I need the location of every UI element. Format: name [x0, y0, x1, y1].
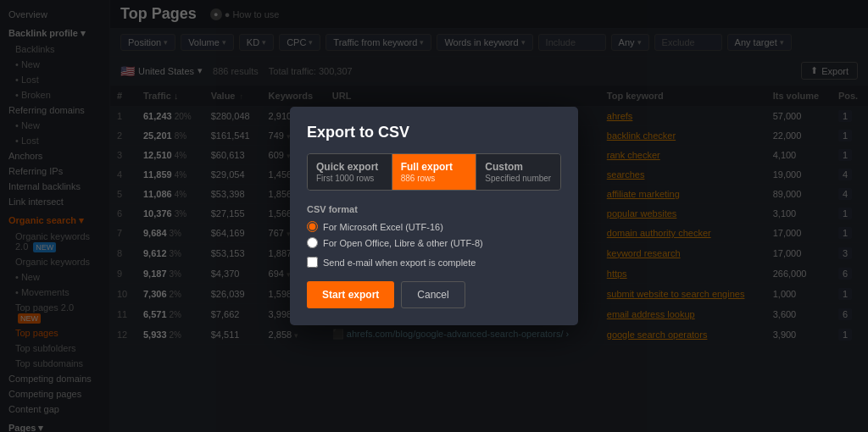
- radio-label-openoffice: For Open Office, Libre & other (UTF-8): [323, 238, 483, 248]
- modal-overlay[interactable]: Export to CSV Quick exportFirst 1000 row…: [0, 0, 868, 432]
- modal-actions: Start export Cancel: [307, 281, 561, 308]
- email-checkbox-row[interactable]: Send e-mail when export is complete: [307, 257, 561, 268]
- modal-title: Export to CSV: [307, 124, 561, 141]
- start-export-button[interactable]: Start export: [307, 281, 394, 308]
- radio-excel[interactable]: [307, 221, 318, 232]
- radio-label-excel: For Microsoft Excel (UTF-16): [323, 222, 443, 232]
- radio-row-openoffice[interactable]: For Open Office, Libre & other (UTF-8): [307, 237, 561, 248]
- csv-format-label: CSV format: [307, 204, 561, 214]
- export-tab-quick[interactable]: Quick exportFirst 1000 rows: [308, 154, 392, 190]
- radio-row-excel[interactable]: For Microsoft Excel (UTF-16): [307, 221, 561, 232]
- export-tab-full[interactable]: Full export886 rows: [392, 154, 477, 190]
- radio-group: For Microsoft Excel (UTF-16) For Open Of…: [307, 221, 561, 248]
- export-modal: Export to CSV Quick exportFirst 1000 row…: [290, 107, 578, 325]
- cancel-button[interactable]: Cancel: [401, 281, 465, 308]
- export-tab-custom[interactable]: CustomSpecified number: [476, 154, 560, 190]
- radio-openoffice[interactable]: [307, 237, 318, 248]
- email-checkbox-label: Send e-mail when export is complete: [323, 258, 476, 268]
- export-tabs: Quick exportFirst 1000 rowsFull export88…: [307, 153, 561, 191]
- email-checkbox[interactable]: [307, 257, 318, 268]
